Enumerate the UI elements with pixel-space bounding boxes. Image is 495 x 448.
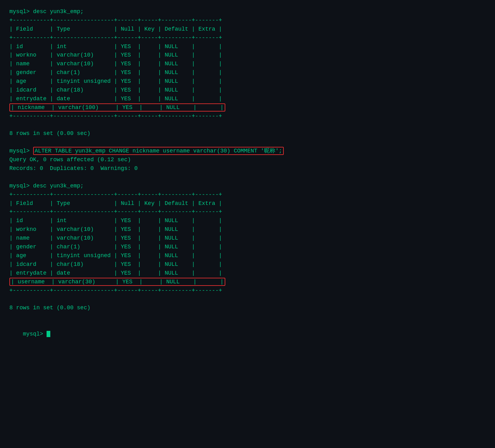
table1-rowcount [9, 121, 486, 130]
blank2 [9, 173, 486, 182]
second-command-line: mysql> desc yun3k_emp; [9, 182, 486, 191]
table1-header: | Field | Type | Null | Key | Default | … [9, 25, 486, 34]
desc-cmd2: desc yun3k_emp; [33, 183, 84, 189]
table1-row-entrydate: | entrydate | date | YES | | NULL | | [9, 95, 486, 103]
table1-row-idcard: | idcard | char(18) | YES | | NULL | | [9, 86, 486, 95]
table2-header: | Field | Type | Null | Key | Default | … [9, 199, 486, 208]
table2-row-workno: | workno | varchar(10) | YES | | NULL | … [9, 225, 486, 234]
blank4 [9, 312, 486, 321]
username-highlight-box: | username | varchar(30) | YES | | NULL … [9, 278, 225, 286]
alter-sql-highlight: ALTER TABLE yun3k_emp CHANGE nickname us… [33, 147, 284, 155]
prompt3: mysql> [9, 183, 33, 189]
table2-row-idcard: | idcard | char(18) | YES | | NULL | | [9, 260, 486, 269]
sep1-mid: +-----------+------------------+------+-… [9, 34, 486, 42]
table2-row-name: | name | varchar(10) | YES | | NULL | | [9, 234, 486, 243]
table1-row-name: | name | varchar(10) | YES | | NULL | | [9, 60, 486, 68]
table1-row-workno: | workno | varchar(10) | YES | | NULL | … [9, 51, 486, 60]
final-prompt-line: mysql> [9, 321, 486, 347]
table2-row-entrydate: | entrydate | date | YES | | NULL | | [9, 269, 486, 278]
records-info: Records: 0 Duplicates: 0 Warnings: 0 [9, 164, 486, 173]
sep1-bot: +-----------+------------------+------+-… [9, 112, 486, 121]
first-command-line: mysql> desc yun3k_emp; [9, 7, 486, 16]
query-ok: Query OK, 0 rows affected (0.12 sec) [9, 156, 486, 164]
table2-row-id: | id | int | YES | | NULL | | [9, 217, 486, 225]
alter-command-line: mysql> ALTER TABLE yun3k_emp CHANGE nick… [9, 147, 486, 156]
cursor [47, 331, 50, 337]
table2-rowcount-text: 8 rows in set (0.00 sec) [9, 304, 486, 312]
table1-row-age: | age | tinyint unsigned | YES | | NULL … [9, 77, 486, 86]
blank1 [9, 138, 486, 147]
sep1-top: +-----------+------------------+------+-… [9, 16, 486, 25]
table2-row-gender: | gender | char(1) | YES | | NULL | | [9, 243, 486, 251]
sep2-top: +-----------+------------------+------+-… [9, 191, 486, 199]
table1-rowcount-text: 8 rows in set (0.00 sec) [9, 129, 486, 138]
nickname-highlight-box: | nickname | varchar(100) | YES | | NULL… [9, 103, 225, 112]
table1-row-gender: | gender | char(1) | YES | | NULL | | [9, 68, 486, 77]
terminal: mysql> desc yun3k_emp; +-----------+----… [9, 7, 486, 347]
table1-row-id: | id | int | YES | | NULL | | [9, 42, 486, 51]
sep2-mid: +-----------+------------------+------+-… [9, 208, 486, 217]
table2-highlighted-username: | username | varchar(30) | YES | | NULL … [9, 278, 486, 286]
table2-row-age: | age | tinyint unsigned | YES | | NULL … [9, 251, 486, 260]
prompt2: mysql> [9, 148, 33, 154]
sep2-bot: +-----------+------------------+------+-… [9, 286, 486, 295]
desc-cmd1: desc yun3k_emp; [33, 8, 84, 15]
prompt1: mysql> [9, 8, 33, 15]
prompt-final: mysql> [23, 331, 47, 337]
blank3 [9, 295, 486, 304]
table1-highlighted-nickname: | nickname | varchar(100) | YES | | NULL… [9, 103, 486, 112]
